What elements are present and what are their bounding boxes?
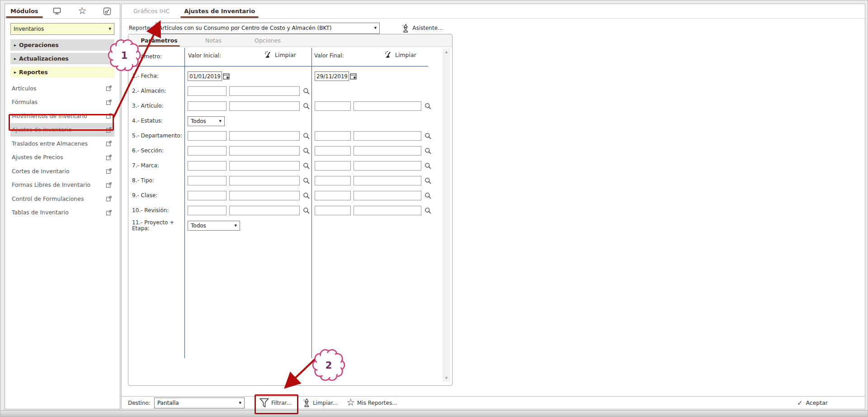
module-select[interactable]: Inventarios ▼	[10, 23, 114, 35]
lookup-code-input[interactable]	[315, 176, 351, 185]
lookup-code-input[interactable]	[188, 206, 226, 215]
lookup-code-input[interactable]	[315, 146, 351, 156]
panel-scrollbar[interactable]: ▲ ▼	[443, 48, 450, 382]
lookup-code-input[interactable]	[315, 131, 351, 141]
lookup-description-input[interactable]	[229, 131, 300, 141]
search-icon[interactable]	[425, 147, 432, 155]
external-link-icon[interactable]	[106, 99, 112, 105]
calendar-icon[interactable]	[223, 73, 230, 80]
external-link-icon[interactable]	[106, 85, 112, 91]
parameter-select[interactable]: Todos ▼	[188, 116, 225, 126]
sidebar-menu-item[interactable]: Movimientos de Inventario	[10, 109, 114, 123]
sidebar-menu-item[interactable]: Artículos	[10, 81, 114, 95]
lookup-description-input[interactable]	[229, 161, 300, 171]
external-link-icon[interactable]	[106, 127, 112, 133]
report-row: Reporte: Artículos con su Consumo por Ce…	[129, 21, 443, 35]
favorites-tab[interactable]: ☆	[70, 4, 94, 18]
sidebar-menu-item[interactable]: Cortes de Inventario	[10, 164, 114, 178]
my-reports-button[interactable]: ☆ Mis Reportes...	[346, 398, 397, 408]
sidebar-menu-item[interactable]: Tablas de Inventario	[10, 206, 114, 220]
lookup-code-input[interactable]	[315, 101, 351, 111]
chevron-down-icon: ▼	[232, 224, 237, 227]
lookup-code-input[interactable]	[188, 131, 226, 141]
lookup-code-input[interactable]	[315, 206, 351, 215]
sidebar-menu-item[interactable]: Formas Libres de Inventario	[10, 178, 114, 192]
search-icon[interactable]	[303, 147, 310, 155]
lookup-description-input[interactable]	[354, 101, 421, 111]
external-link-icon[interactable]	[106, 113, 112, 119]
search-icon[interactable]	[425, 192, 432, 199]
panel-tab[interactable]: Opciones	[241, 34, 295, 47]
scroll-up-icon[interactable]: ▲	[443, 50, 450, 54]
external-link-icon[interactable]	[106, 209, 112, 216]
search-icon[interactable]	[425, 177, 432, 185]
sidebar-menu-item[interactable]: Traslados entre Almacenes	[10, 137, 114, 151]
sidebar-menu-item[interactable]: Ajustes de Precios	[10, 151, 114, 165]
lookup-description-input[interactable]	[354, 176, 421, 185]
search-icon[interactable]	[425, 133, 432, 140]
sidebar-accordion[interactable]: ▸ Actualizaciones	[10, 53, 114, 64]
clear-button[interactable]: Limpiar...	[302, 398, 338, 407]
lookup-description-input[interactable]	[229, 86, 300, 96]
external-link-icon[interactable]	[106, 168, 112, 174]
search-icon[interactable]	[425, 207, 432, 214]
lookup-description-input[interactable]	[354, 131, 421, 141]
lookup-description-input[interactable]	[354, 206, 421, 215]
search-icon[interactable]	[425, 103, 432, 110]
lookup-description-input[interactable]	[229, 176, 300, 185]
lookup-description-input[interactable]	[354, 191, 421, 200]
clear-final-button[interactable]: Limpiar	[384, 51, 416, 59]
assistant-button[interactable]: Asistente...	[401, 24, 443, 33]
tab-modulos[interactable]: Módulos	[5, 4, 45, 18]
search-icon[interactable]	[303, 133, 310, 140]
search-icon[interactable]	[303, 177, 310, 185]
lookup-code-input[interactable]	[188, 86, 226, 96]
search-icon[interactable]	[303, 88, 310, 95]
lookup-code-input[interactable]	[315, 161, 351, 171]
lookup-code-input[interactable]	[188, 191, 226, 200]
lookup-code-input[interactable]	[188, 161, 226, 171]
search-icon[interactable]	[303, 207, 310, 214]
lookup-description-input[interactable]	[354, 161, 421, 171]
lookup-description-input[interactable]	[229, 146, 300, 156]
monitor-tab[interactable]	[45, 4, 70, 18]
lookup-code-input[interactable]	[188, 101, 226, 111]
panel-tab[interactable]: Notas	[186, 34, 241, 47]
sidebar-menu-item[interactable]: Control de Formulaciones	[10, 192, 114, 206]
lookup-description-input[interactable]	[354, 146, 421, 156]
date-input[interactable]	[315, 71, 349, 81]
accept-button[interactable]: ✓ Aceptar	[797, 399, 828, 407]
main-tab[interactable]: Ajustes de Inventario	[177, 4, 262, 18]
lookup-code-input[interactable]	[188, 176, 226, 185]
lookup-code-input[interactable]	[188, 146, 226, 156]
report-select[interactable]: Artículos con su Consumo por Centro de C…	[156, 23, 380, 34]
destination-select[interactable]: Pantalla ▼	[154, 398, 245, 408]
search-icon[interactable]	[303, 103, 310, 110]
parameter-select[interactable]: Todos ▼	[188, 221, 240, 231]
filter-label: Filtrar...	[271, 400, 292, 406]
main-tab[interactable]: Gráficos IHC	[126, 4, 177, 18]
external-link-icon[interactable]	[106, 154, 112, 161]
filter-button[interactable]: Filtrar...	[259, 398, 292, 408]
search-icon[interactable]	[303, 162, 310, 170]
lookup-description-input[interactable]	[229, 206, 300, 215]
sidebar-menu-item[interactable]: Fórmulas	[10, 95, 114, 109]
lookup-description-input[interactable]	[229, 191, 300, 200]
lookup-description-input[interactable]	[229, 101, 300, 111]
access-key-tab[interactable]	[95, 4, 120, 18]
sidebar-menu-item[interactable]: Ajustes de Inventario	[10, 123, 114, 137]
parameter-label: 1.- Fecha:	[128, 73, 184, 79]
date-input[interactable]	[188, 71, 222, 81]
search-icon[interactable]	[303, 192, 310, 199]
sidebar-accordion[interactable]: ▸ Operaciones	[10, 39, 114, 51]
external-link-icon[interactable]	[106, 182, 112, 188]
scroll-down-icon[interactable]: ▼	[443, 376, 450, 380]
calendar-icon[interactable]	[350, 73, 357, 80]
panel-tab[interactable]: Parámetros	[132, 34, 186, 47]
external-link-icon[interactable]	[106, 195, 112, 202]
clear-initial-button[interactable]: Limpiar	[264, 51, 296, 59]
sidebar-accordion[interactable]: ▸ Reportes	[10, 66, 114, 78]
lookup-code-input[interactable]	[315, 191, 351, 200]
external-link-icon[interactable]	[106, 140, 112, 147]
search-icon[interactable]	[425, 162, 432, 170]
